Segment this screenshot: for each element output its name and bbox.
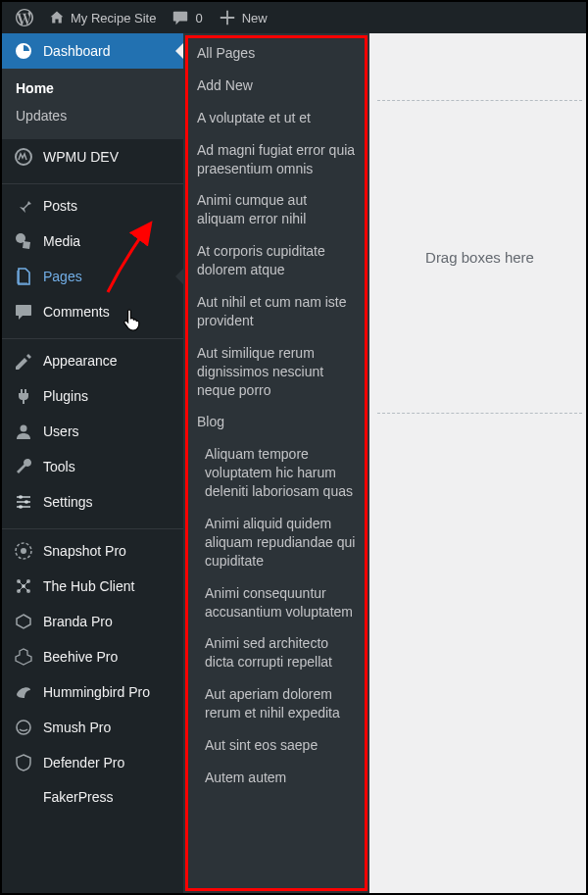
smush-icon (14, 718, 33, 737)
menu-users[interactable]: Users (2, 414, 183, 449)
menu-beehive[interactable]: Beehive Pro (2, 639, 183, 674)
menu-label: Beehive Pro (43, 649, 118, 665)
comment-count: 0 (195, 11, 202, 25)
flyout-item[interactable]: A voluptate et ut et (183, 102, 369, 134)
menu-label: Tools (43, 459, 75, 474)
site-name: My Recipe Site (71, 11, 156, 25)
flyout-item[interactable]: Animi aliquid quidem aliquam repudiandae… (183, 508, 369, 577)
menu-settings[interactable]: Settings (2, 484, 183, 520)
menu-wpmudev[interactable]: WPMU DEV (2, 139, 183, 174)
menu-defender[interactable]: Defender Pro (2, 745, 183, 780)
flyout-item[interactable]: Aut aperiam dolorem rerum et nihil exped… (183, 678, 369, 729)
wp-logo[interactable] (8, 2, 41, 33)
menu-posts[interactable]: Posts (2, 188, 183, 224)
menu-label: Smush Pro (43, 720, 111, 735)
menu-label: Pages (43, 269, 82, 284)
menu-dashboard[interactable]: Dashboard (2, 33, 183, 69)
pages-flyout: All PagesAdd NewA voluptate et ut etAd m… (183, 33, 369, 893)
defender-icon (14, 753, 33, 772)
settings-icon (14, 492, 33, 512)
menu-label: Hummingbird Pro (43, 684, 150, 700)
flyout-item[interactable]: Aut similique rerum dignissimos nesciunt… (183, 337, 369, 407)
menu-pages[interactable]: Pages (2, 259, 183, 294)
wordpress-icon (16, 9, 33, 26)
flyout-item[interactable]: All Pages (183, 37, 369, 70)
svg-point-8 (19, 505, 23, 509)
wpmudev-icon (14, 147, 33, 167)
menu-plugins[interactable]: Plugins (2, 378, 183, 414)
admin-sidebar: Dashboard Home Updates WPMU DEV Posts Me… (2, 33, 183, 893)
hub-icon (14, 576, 33, 596)
submenu-updates[interactable]: Updates (2, 102, 183, 129)
menu-label: Defender Pro (43, 755, 124, 771)
svg-point-6 (19, 495, 23, 499)
menu-hub[interactable]: The Hub Client (2, 569, 183, 604)
appearance-icon (14, 351, 33, 371)
new-label: New (242, 11, 268, 25)
menu-label: The Hub Client (43, 578, 134, 594)
menu-separator (2, 178, 183, 184)
plugins-icon (14, 386, 33, 406)
admin-bar: My Recipe Site 0 New (2, 2, 586, 33)
comments-icon (14, 302, 33, 322)
flyout-item[interactable]: Aut nihil et cum nam iste provident (183, 286, 369, 337)
menu-comments[interactable]: Comments (2, 294, 183, 329)
flyout-item[interactable]: Autem autem (183, 762, 369, 794)
menu-fakerpress[interactable]: FakerPress (2, 780, 183, 814)
flyout-item[interactable]: Animi sed architecto dicta corrupti repe… (183, 627, 369, 678)
svg-point-16 (17, 721, 30, 734)
flyout-item[interactable]: Ad magni fugiat error quia praesentium o… (183, 134, 369, 185)
menu-appearance[interactable]: Appearance (2, 343, 183, 378)
flyout-item[interactable]: Blog (183, 406, 369, 438)
svg-point-10 (21, 548, 26, 554)
hummingbird-icon (14, 682, 33, 702)
menu-label: Plugins (43, 388, 88, 404)
site-link[interactable]: My Recipe Site (41, 2, 164, 33)
home-icon (49, 10, 65, 25)
new-content[interactable]: New (211, 2, 275, 33)
pages-icon (14, 267, 33, 286)
flyout-item[interactable]: Animi consequuntur accusantium voluptate… (183, 577, 369, 628)
dashboard-dropzone[interactable]: Drag boxes here (377, 100, 582, 414)
dashboard-submenu: Home Updates (2, 69, 183, 139)
menu-branda[interactable]: Branda Pro (2, 604, 183, 639)
menu-label: WPMU DEV (43, 149, 119, 165)
snapshot-icon (14, 541, 33, 561)
submenu-home[interactable]: Home (2, 75, 183, 102)
beehive-icon (14, 647, 33, 667)
menu-separator (2, 333, 183, 339)
svg-point-2 (21, 425, 27, 432)
menu-label: Appearance (43, 353, 118, 369)
branda-icon (14, 612, 33, 631)
dropzone-label: Drag boxes here (425, 249, 534, 266)
menu-label: Users (43, 423, 79, 439)
dashboard-icon (14, 41, 33, 61)
svg-point-7 (24, 500, 28, 504)
media-icon (14, 231, 33, 251)
tools-icon (14, 457, 33, 476)
menu-label: Posts (43, 198, 77, 214)
flyout-item[interactable]: At corporis cupiditate dolorem atque (183, 235, 369, 286)
menu-label: Branda Pro (43, 614, 113, 629)
flyout-item[interactable]: Aliquam tempore voluptatem hic harum del… (183, 438, 369, 508)
menu-hummingbird[interactable]: Hummingbird Pro (2, 674, 183, 710)
plus-icon (219, 9, 236, 26)
menu-label: Comments (43, 304, 110, 320)
pin-icon (14, 196, 33, 216)
flyout-item[interactable]: Aut sint eos saepe (183, 729, 369, 762)
flyout-item[interactable]: Add New (183, 70, 369, 102)
flyout-item[interactable]: Animi cumque aut aliquam error nihil (183, 184, 369, 235)
menu-label: Settings (43, 494, 93, 510)
menu-smush[interactable]: Smush Pro (2, 710, 183, 745)
menu-snapshot[interactable]: Snapshot Pro (2, 533, 183, 569)
comments-bubble[interactable]: 0 (164, 2, 210, 33)
menu-label: Dashboard (43, 43, 111, 59)
menu-media[interactable]: Media (2, 224, 183, 259)
menu-separator (2, 523, 183, 529)
menu-label: Snapshot Pro (43, 543, 126, 559)
users-icon (14, 422, 33, 441)
menu-label: FakerPress (43, 789, 114, 805)
menu-label: Media (43, 233, 80, 249)
menu-tools[interactable]: Tools (2, 449, 183, 484)
comment-icon (172, 9, 189, 26)
